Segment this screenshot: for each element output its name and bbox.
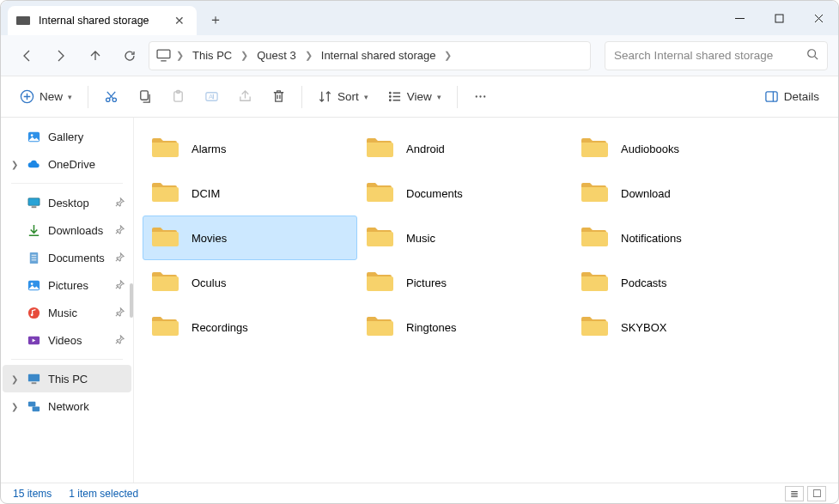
- pin-icon: [115, 279, 125, 292]
- minimize-button[interactable]: [720, 1, 759, 35]
- sidebar-item-pictures[interactable]: ❯ Pictures: [3, 271, 131, 299]
- paste-button: [162, 82, 194, 112]
- close-button[interactable]: [799, 1, 838, 35]
- svg-point-45: [31, 282, 33, 285]
- pin-icon: [115, 224, 125, 237]
- breadcrumb-item[interactable]: This PC: [189, 47, 235, 64]
- folder-label: Audiobooks: [621, 143, 679, 155]
- sidebar: ❯ Gallery ❯ OneDrive ❯ Desktop ❯ Downloa…: [1, 118, 134, 483]
- up-button[interactable]: [80, 42, 111, 70]
- breadcrumb-item[interactable]: Internal shared storage: [318, 47, 440, 64]
- folder-icon: [365, 269, 394, 297]
- folder-label: Ringtones: [406, 321, 457, 334]
- chevron-down-icon: ▾: [364, 93, 368, 101]
- folder-documents[interactable]: Documents: [357, 171, 572, 216]
- folder-podcasts[interactable]: Podcasts: [572, 260, 787, 305]
- folder-recordings[interactable]: Recordings: [143, 305, 357, 349]
- folder-skybox[interactable]: SKYBOX: [572, 305, 787, 349]
- svg-line-51: [116, 341, 119, 343]
- sidebar-item-onedrive[interactable]: ❯ OneDrive: [3, 150, 131, 178]
- storage-icon: [16, 16, 30, 25]
- pin-icon: [115, 197, 125, 209]
- sidebar-item-desktop[interactable]: ❯ Desktop: [3, 189, 131, 216]
- sidebar-item-music[interactable]: ❯ Music: [3, 299, 131, 326]
- folder-movies[interactable]: Movies: [143, 216, 357, 260]
- sidebar-item-this-pc[interactable]: ❯ This PC: [3, 365, 131, 392]
- breadcrumb-item[interactable]: Quest 3: [253, 47, 300, 64]
- pin-icon: [115, 252, 125, 264]
- folder-audiobooks[interactable]: Audiobooks: [572, 126, 787, 171]
- cut-button[interactable]: [95, 82, 127, 112]
- folder-ringtones[interactable]: Ringtones: [357, 305, 572, 349]
- delete-button[interactable]: [263, 82, 295, 112]
- sidebar-item-downloads[interactable]: ❯ Downloads: [3, 216, 131, 244]
- more-button[interactable]: [465, 82, 496, 112]
- chevron-down-icon: ▾: [68, 93, 72, 101]
- search-placeholder: Search Internal shared storage: [614, 49, 773, 62]
- maximize-button[interactable]: [759, 1, 799, 35]
- sidebar-item-label: Downloads: [48, 224, 103, 237]
- sidebar-item-gallery[interactable]: ❯ Gallery: [3, 123, 131, 150]
- pc-icon: [27, 372, 41, 386]
- folder-label: SKYBOX: [621, 321, 666, 334]
- breadcrumb[interactable]: ❯ This PC ❯ Quest 3 ❯ Internal shared st…: [149, 41, 591, 70]
- videos-icon: [27, 333, 41, 348]
- sidebar-item-documents[interactable]: ❯ Documents: [3, 244, 131, 271]
- folder-icon: [365, 135, 394, 163]
- svg-rect-41: [32, 257, 37, 258]
- search-icon: [806, 48, 818, 63]
- new-button[interactable]: New ▾: [11, 82, 81, 112]
- music-icon: [27, 306, 41, 320]
- svg-rect-4: [157, 50, 170, 58]
- sidebar-splitter[interactable]: [130, 283, 133, 318]
- desktop-icon: [27, 196, 41, 210]
- chevron-right-icon: ❯: [11, 160, 20, 169]
- copy-button[interactable]: [129, 82, 161, 112]
- new-tab-button[interactable]: ＋: [202, 6, 229, 33]
- folder-label: Alarms: [192, 143, 226, 155]
- status-count: 15 items: [13, 488, 52, 500]
- svg-line-43: [116, 258, 119, 261]
- svg-rect-1: [775, 15, 783, 22]
- folder-icon: [580, 135, 609, 163]
- list-view-button[interactable]: ≣: [785, 486, 804, 501]
- folder-download[interactable]: Download: [572, 171, 787, 216]
- sort-button[interactable]: Sort▾: [309, 82, 377, 112]
- refresh-button[interactable]: [114, 42, 145, 70]
- svg-rect-53: [32, 382, 37, 384]
- folder-label: Documents: [406, 187, 463, 200]
- view-button[interactable]: View▾: [379, 82, 450, 112]
- window-controls: [720, 1, 838, 35]
- folder-icon: [150, 224, 179, 252]
- chevron-right-icon: ❯: [11, 402, 20, 411]
- rename-button: A: [196, 82, 228, 112]
- sidebar-item-videos[interactable]: ❯ Videos: [3, 326, 131, 354]
- sort-label: Sort: [337, 90, 359, 103]
- folder-android[interactable]: Android: [357, 126, 572, 171]
- folder-label: Pictures: [406, 276, 447, 289]
- tab-current[interactable]: Internal shared storage ✕: [8, 6, 197, 35]
- folder-label: Music: [406, 232, 435, 245]
- chevron-right-icon: ❯: [240, 50, 248, 61]
- folder-dcim[interactable]: DCIM: [143, 171, 357, 216]
- forward-button[interactable]: [46, 42, 76, 70]
- chevron-right-icon: ❯: [444, 50, 452, 61]
- sidebar-item-network[interactable]: ❯ Network: [3, 392, 131, 420]
- folder-alarms[interactable]: Alarms: [143, 126, 357, 171]
- back-button[interactable]: [11, 42, 42, 70]
- folder-pictures[interactable]: Pictures: [357, 260, 572, 305]
- grid-view-button[interactable]: ☐: [807, 486, 826, 501]
- svg-rect-40: [32, 254, 37, 255]
- svg-line-38: [116, 231, 119, 234]
- details-button[interactable]: Details: [756, 82, 828, 112]
- close-tab-button[interactable]: ✕: [171, 12, 188, 29]
- svg-rect-54: [28, 401, 36, 406]
- folder-oculus[interactable]: Oculus: [143, 260, 357, 305]
- folder-label: DCIM: [192, 187, 220, 200]
- svg-point-29: [483, 95, 485, 97]
- folder-icon: [365, 313, 394, 342]
- folder-music[interactable]: Music: [357, 216, 572, 260]
- view-label: View: [407, 90, 432, 103]
- search-input[interactable]: Search Internal shared storage: [605, 41, 828, 70]
- folder-notifications[interactable]: Notifications: [572, 216, 787, 260]
